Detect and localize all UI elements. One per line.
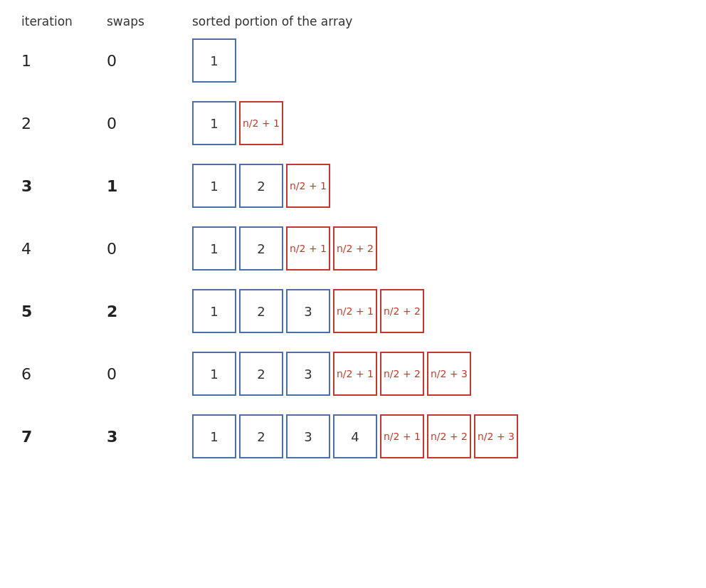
array-cell: n/2 + 1 [380,414,424,458]
array-cell: 1 [192,352,236,396]
table-row: 201n/2 + 1 [21,98,685,148]
swaps-value: 2 [107,303,192,320]
rows-container: 101201n/2 + 13112n/2 + 14012n/2 + 1n/2 +… [21,36,685,461]
array-cell: 4 [333,414,377,458]
array-cell: n/2 + 2 [380,352,424,396]
array-cell: 1 [192,414,236,458]
array-cell: n/2 + 3 [427,352,471,396]
array-cell: 2 [239,289,283,333]
array-cell: 2 [239,164,283,208]
array-header: sorted portion of the array [192,14,685,28]
iteration-value: 6 [21,365,107,383]
array-cell: 2 [239,352,283,396]
array-cells: 1 [192,38,685,83]
array-cell: n/2 + 2 [333,226,377,271]
table-row: 4012n/2 + 1n/2 + 2 [21,224,685,273]
table-row: 3112n/2 + 1 [21,161,685,211]
array-cell: n/2 + 3 [474,414,518,458]
swaps-value: 0 [107,52,192,70]
swaps-header: swaps [107,14,192,28]
array-cell: n/2 + 2 [380,289,424,333]
array-cell: 2 [239,414,283,458]
array-cell: 3 [286,289,330,333]
array-cell: 1 [192,289,236,333]
array-cells: 12n/2 + 1 [192,164,685,208]
table-header: iteration swaps sorted portion of the ar… [21,14,685,28]
table-row: 60123n/2 + 1n/2 + 2n/2 + 3 [21,349,685,399]
array-cell: n/2 + 1 [333,352,377,396]
table-row: 101 [21,36,685,85]
array-cells: 12n/2 + 1n/2 + 2 [192,226,685,271]
iteration-value: 3 [21,177,107,195]
swaps-value: 1 [107,177,192,195]
array-cell: 1 [192,101,236,145]
array-cell: 1 [192,164,236,208]
array-cell: 1 [192,38,236,83]
iteration-value: 4 [21,240,107,258]
array-cell: 2 [239,226,283,271]
iteration-value: 1 [21,52,107,70]
array-cell: 3 [286,352,330,396]
array-cell: n/2 + 1 [286,164,330,208]
array-cell: n/2 + 2 [427,414,471,458]
iteration-value: 5 [21,303,107,320]
table-row: 52123n/2 + 1n/2 + 2 [21,286,685,336]
table-row: 731234n/2 + 1n/2 + 2n/2 + 3 [21,411,685,461]
array-cell: 3 [286,414,330,458]
iteration-header: iteration [21,14,107,28]
array-cells: 1n/2 + 1 [192,101,685,145]
array-cell: n/2 + 1 [286,226,330,271]
swaps-value: 3 [107,428,192,446]
iteration-value: 7 [21,428,107,446]
array-cells: 123n/2 + 1n/2 + 2 [192,289,685,333]
array-cell: n/2 + 1 [239,101,283,145]
array-cells: 1234n/2 + 1n/2 + 2n/2 + 3 [192,414,685,458]
array-cells: 123n/2 + 1n/2 + 2n/2 + 3 [192,352,685,396]
iteration-value: 2 [21,115,107,132]
swaps-value: 0 [107,365,192,383]
swaps-value: 0 [107,240,192,258]
array-cell: 1 [192,226,236,271]
array-cell: n/2 + 1 [333,289,377,333]
swaps-value: 0 [107,115,192,132]
